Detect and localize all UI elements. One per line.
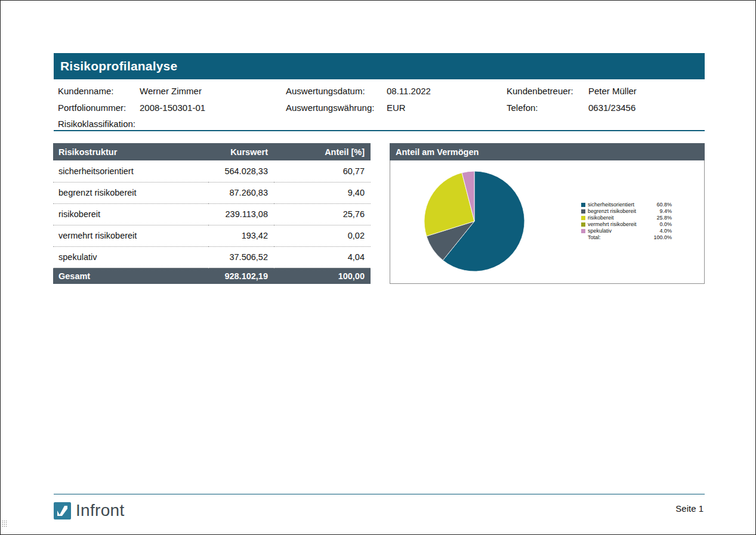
col-header-risikostruktur: Risikostruktur (53, 143, 208, 160)
info-row-portfolionummer: Portfolionummer: 2008-150301-01 (58, 100, 205, 116)
risk-category-cell: begrenzt risikobereit (53, 182, 208, 203)
total-label-cell: Gesamt (53, 268, 208, 284)
info-row-auswertungsdatum: Auswertungsdatum: 08.11.2022 (286, 83, 431, 100)
auswertungsdatum-value: 08.11.2022 (387, 86, 431, 96)
col-header-anteil: Anteil [%] (274, 143, 371, 160)
legend-item: spekulativ4.0% (581, 228, 672, 234)
info-row-telefon: Telefon: 0631/23456 (507, 100, 637, 116)
risk-table-body: sicherheitsorientiert564.028,3360,77begr… (53, 160, 371, 268)
auswertungswaehrung-label: Auswertungswährung: (286, 103, 387, 113)
legend-item: sicherheitsorientiert60.8% (581, 202, 672, 208)
risk-structure-table: Risikostruktur Kurswert Anteil [%] siche… (53, 143, 371, 284)
portfolionummer-label: Portfolionummer: (58, 103, 140, 113)
legend-percentage: 25.8% (650, 215, 672, 221)
chart-panel-body: sicherheitsorientiert60.8%begrenzt risik… (390, 160, 705, 284)
telefon-label: Telefon: (507, 103, 588, 113)
info-row-kundenname: Kundenname: Werner Zimmer (58, 83, 205, 100)
risk-category-cell: risikobereit (53, 203, 208, 225)
kurswert-cell: 564.028,33 (208, 160, 274, 182)
legend-total-value: 100.0% (650, 234, 672, 241)
legend-percentage: 60.8% (650, 202, 672, 208)
kurswert-cell: 87.260,83 (208, 182, 274, 203)
page-number: Seite 1 (675, 503, 703, 514)
info-row-kundenbetreuer: Kundenbetreuer: Peter Müller (507, 83, 637, 100)
chart-title: Anteil am Vermögen (396, 147, 479, 157)
table-row: vermehrt risikobereit193,420,02 (53, 225, 371, 246)
kundenbetreuer-label: Kundenbetreuer: (507, 86, 588, 96)
legend-swatch-icon (581, 209, 585, 214)
col-header-kurswert: Kurswert (208, 143, 274, 160)
legend-item: vermehrt risikobereit0.0% (581, 221, 672, 228)
total-anteil-cell: 100,00 (274, 268, 371, 284)
legend-swatch-icon (581, 229, 585, 233)
chart-legend: sicherheitsorientiert60.8%begrenzt risik… (581, 202, 672, 241)
legend-label: risikobereit (588, 215, 650, 221)
portfolionummer-value: 2008-150301-01 (140, 103, 205, 113)
legend-swatch-icon (581, 222, 585, 227)
risikoklassifikation-label: Risikoklassifikation: (58, 119, 140, 129)
telefon-value: 0631/23456 (588, 103, 635, 113)
kurswert-cell: 37.506,52 (208, 246, 274, 268)
total-kurswert-cell: 928.102,19 (208, 268, 274, 284)
table-row: spekulativ37.506,524,04 (53, 246, 371, 268)
kundenbetreuer-value: Peter Müller (588, 86, 637, 96)
kundenname-label: Kundenname: (58, 86, 140, 96)
auswertungsdatum-label: Auswertungsdatum: (286, 86, 387, 96)
kurswert-cell: 239.113,08 (208, 203, 274, 225)
brand-name: Infront (76, 501, 124, 520)
legend-item: begrenzt risikobereit9.4% (581, 208, 672, 215)
report-title: Risikoprofilanalyse (60, 59, 177, 73)
total-row: Gesamt 928.102,19 100,00 (53, 268, 371, 284)
chart-panel-header: Anteil am Vermögen (390, 143, 705, 160)
legend-percentage: 9.4% (650, 208, 672, 215)
anteil-cell: 4,04 (274, 246, 371, 268)
risk-category-cell: vermehrt risikobereit (53, 225, 208, 246)
anteil-cell: 25,76 (274, 203, 371, 225)
legend-swatch-icon (581, 216, 585, 220)
report-page: Risikoprofilanalyse Kundenname: Werner Z… (0, 0, 756, 535)
table-header-row: Risikostruktur Kurswert Anteil [%] (53, 143, 371, 160)
risk-category-cell: spekulativ (53, 246, 208, 268)
brand-logo: Infront (54, 501, 124, 520)
table-row: begrenzt risikobereit87.260,839,40 (53, 182, 371, 203)
legend-label: vermehrt risikobereit (588, 221, 650, 228)
auswertungswaehrung-value: EUR (387, 103, 406, 113)
legend-percentage: 4.0% (650, 228, 672, 234)
info-row-auswertungswaehrung: Auswertungswährung: EUR (286, 100, 431, 116)
kundenname-value: Werner Zimmer (140, 86, 202, 96)
legend-swatch-icon (581, 203, 585, 207)
risk-category-cell: sicherheitsorientiert (53, 160, 208, 182)
legend-item: risikobereit25.8% (581, 215, 672, 221)
table-row: risikobereit239.113,0825,76 (53, 203, 371, 225)
table-row: sicherheitsorientiert564.028,3360,77 (53, 160, 371, 182)
report-header: Risikoprofilanalyse (54, 53, 705, 79)
info-column-auswertung: Auswertungsdatum: 08.11.2022 Auswertungs… (286, 83, 431, 116)
legend-label: begrenzt risikobereit (588, 208, 650, 215)
footer-divider (54, 494, 705, 494)
info-column-betreuer: Kundenbetreuer: Peter Müller Telefon: 06… (507, 83, 637, 116)
legend-total: Total:100.0% (581, 234, 672, 241)
corner-dots-icon (2, 520, 7, 528)
anteil-cell: 9,40 (274, 182, 371, 203)
legend-label: sicherheitsorientiert (588, 202, 650, 208)
legend-total-label: Total: (588, 234, 650, 241)
anteil-cell: 0,02 (274, 225, 371, 246)
chart-panel: Anteil am Vermögen sicherheitsorientiert… (390, 143, 705, 284)
kurswert-cell: 193,42 (208, 225, 274, 246)
legend-label: spekulativ (588, 228, 650, 234)
header-divider (54, 130, 705, 131)
legend-percentage: 0.0% (650, 221, 672, 228)
infront-logo-icon (54, 502, 71, 519)
info-column-customer: Kundenname: Werner Zimmer Portfolionumme… (58, 83, 205, 132)
anteil-cell: 60,77 (274, 160, 371, 182)
